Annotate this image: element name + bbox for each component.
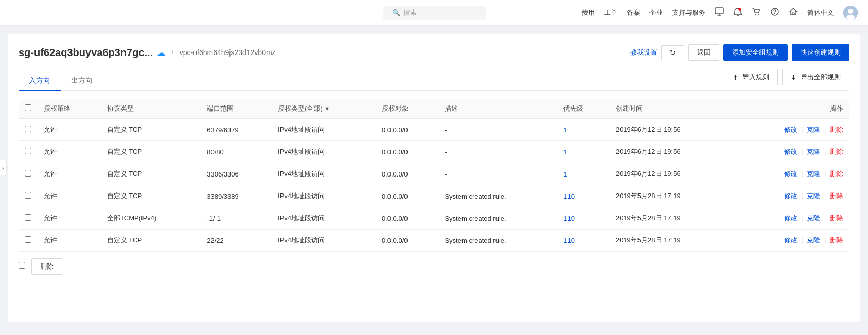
cell-desc-2: - <box>438 163 557 185</box>
cloud-icon: ☁ <box>157 48 165 58</box>
cell-desc-1: - <box>438 141 557 163</box>
svg-point-1 <box>738 8 741 11</box>
select-all-checkbox[interactable] <box>25 104 31 111</box>
cell-strategy-1: 允许 <box>38 141 101 163</box>
rules-table-wrapper: 授权策略 协议类型 端口范围 授权类型(全部) ▼ 授权对象 描述 优先级 创建… <box>19 99 849 281</box>
cell-protocol-5: 自定义 TCP <box>101 230 201 252</box>
cell-target-1: 0.0.0.0/0 <box>376 141 439 163</box>
teach-settings-button[interactable]: 教我设置 <box>630 48 657 57</box>
cell-actions-0: 修改 | 克隆 | 删除 <box>734 119 849 141</box>
cell-strategy-5: 允许 <box>38 230 101 252</box>
import-rules-button[interactable]: ⬆ 导入规则 <box>724 69 778 85</box>
delete-button-4[interactable]: 删除 <box>830 214 843 222</box>
modify-button-0[interactable]: 修改 <box>784 126 798 133</box>
sidebar-toggle[interactable]: › <box>0 159 7 176</box>
delete-button-2[interactable]: 删除 <box>830 170 843 178</box>
footer-checkbox[interactable] <box>19 262 25 269</box>
cell-target-0: 0.0.0.0/0 <box>376 119 439 141</box>
cell-port-2: 3306/3306 <box>201 163 272 185</box>
cell-protocol-1: 自定义 TCP <box>101 141 201 163</box>
clone-button-3[interactable]: 克隆 <box>807 192 820 200</box>
delete-button-1[interactable]: 删除 <box>830 148 843 155</box>
main-container: sg-uf62aq3buyva6p3n7gc... ☁ / vpc-uf6hm6… <box>8 34 860 322</box>
top-nav-right: 费用 工单 备案 企业 支持与服务 简体中文 <box>581 6 858 20</box>
add-rule-button[interactable]: 添加安全组规则 <box>723 44 788 61</box>
table-row: 允许 自定义 TCP 3389/3389 IPv4地址段访问 0.0.0.0/0… <box>19 185 849 207</box>
breadcrumb-separator: / <box>171 49 173 57</box>
rules-table: 授权策略 协议类型 端口范围 授权类型(全部) ▼ 授权对象 描述 优先级 创建… <box>19 99 849 252</box>
chevron-right-icon: › <box>2 164 4 171</box>
cell-auth-type-3: IPv4地址段访问 <box>272 185 376 207</box>
cell-created-0: 2019年6月12日 19:56 <box>610 119 734 141</box>
header-desc: 描述 <box>438 99 557 119</box>
cell-created-4: 2019年5月28日 17:19 <box>610 207 734 230</box>
search-bar[interactable]: 🔍 搜索 <box>383 6 486 20</box>
cell-actions-5: 修改 | 克隆 | 删除 <box>734 230 849 252</box>
cell-actions-3: 修改 | 克隆 | 删除 <box>734 185 849 207</box>
header-checkbox-cell <box>19 99 38 119</box>
row-checkbox-4[interactable] <box>25 214 31 221</box>
nav-fees[interactable]: 费用 <box>581 8 595 17</box>
page-title-area: sg-uf62aq3buyva6p3n7gc... ☁ / vpc-uf6hm6… <box>19 47 276 59</box>
cell-priority-1: 1 <box>557 141 610 163</box>
nav-ticket[interactable]: 工单 <box>604 8 617 17</box>
cell-auth-type-1: IPv4地址段访问 <box>272 141 376 163</box>
cell-auth-type-4: IPv4地址段访问 <box>272 207 376 230</box>
row-checkbox-2[interactable] <box>25 170 31 177</box>
cell-protocol-3: 自定义 TCP <box>101 185 201 207</box>
tabs: 入方向 出方向 <box>19 72 724 90</box>
clone-button-2[interactable]: 克隆 <box>807 170 820 178</box>
nav-record[interactable]: 备案 <box>627 8 640 17</box>
tab-outbound[interactable]: 出方向 <box>61 72 103 91</box>
clone-button-1[interactable]: 克隆 <box>807 148 820 155</box>
refresh-icon: ↻ <box>670 49 676 57</box>
cell-desc-5: System created rule. <box>438 230 557 252</box>
footer-delete-button[interactable]: 删除 <box>31 258 62 275</box>
quick-create-button[interactable]: 快速创建规则 <box>792 44 849 61</box>
breadcrumb-vpc: vpc-uf6hm64h9js23d12vb0mz <box>180 48 276 57</box>
header-auth-type[interactable]: 授权类型(全部) ▼ <box>272 99 376 119</box>
row-checkbox-cell <box>19 230 38 252</box>
nav-enterprise[interactable]: 企业 <box>649 8 663 17</box>
upload-icon: ⬆ <box>733 74 738 81</box>
page-title: sg-uf62aq3buyva6p3n7gc... <box>19 47 153 59</box>
table-body: 允许 自定义 TCP 6379/6379 IPv4地址段访问 0.0.0.0/0… <box>19 119 849 252</box>
modify-button-3[interactable]: 修改 <box>784 192 798 200</box>
modify-button-2[interactable]: 修改 <box>784 170 798 178</box>
nav-support[interactable]: 支持与服务 <box>672 8 705 17</box>
svg-point-5 <box>774 13 775 14</box>
delete-button-0[interactable]: 删除 <box>830 126 843 133</box>
row-checkbox-0[interactable] <box>25 126 31 132</box>
clone-button-4[interactable]: 克隆 <box>807 214 820 222</box>
row-checkbox-3[interactable] <box>25 192 31 199</box>
header-priority: 优先级 <box>557 99 610 119</box>
help-icon[interactable] <box>770 7 780 19</box>
clone-button-0[interactable]: 克隆 <box>807 126 820 133</box>
modify-button-1[interactable]: 修改 <box>784 148 798 155</box>
monitor-icon[interactable] <box>715 7 724 19</box>
back-button[interactable]: 返回 <box>688 44 719 61</box>
cell-actions-4: 修改 | 克隆 | 删除 <box>734 207 849 230</box>
search-icon: 🔍 <box>392 9 400 16</box>
row-checkbox-cell <box>19 141 38 163</box>
delete-button-5[interactable]: 删除 <box>830 236 843 244</box>
clone-button-5[interactable]: 克隆 <box>807 236 820 244</box>
home-icon[interactable] <box>789 7 798 19</box>
avatar[interactable] <box>843 6 858 20</box>
row-checkbox-5[interactable] <box>25 236 31 243</box>
cart-icon[interactable] <box>752 7 761 19</box>
cell-auth-type-2: IPv4地址段访问 <box>272 163 376 185</box>
nav-lang[interactable]: 简体中文 <box>807 8 834 17</box>
row-checkbox-1[interactable] <box>25 148 31 154</box>
delete-button-3[interactable]: 删除 <box>830 192 843 200</box>
modify-button-5[interactable]: 修改 <box>784 236 798 244</box>
refresh-button[interactable]: ↻ <box>661 45 684 60</box>
export-rules-button[interactable]: ⬇ 导出全部规则 <box>782 69 849 85</box>
cell-priority-5: 110 <box>557 230 610 252</box>
cell-created-5: 2019年5月28日 17:19 <box>610 230 734 252</box>
tab-inbound[interactable]: 入方向 <box>19 72 61 91</box>
cell-port-1: 80/80 <box>201 141 272 163</box>
bell-icon[interactable] <box>733 7 742 19</box>
header-target: 授权对象 <box>376 99 439 119</box>
modify-button-4[interactable]: 修改 <box>784 214 798 222</box>
